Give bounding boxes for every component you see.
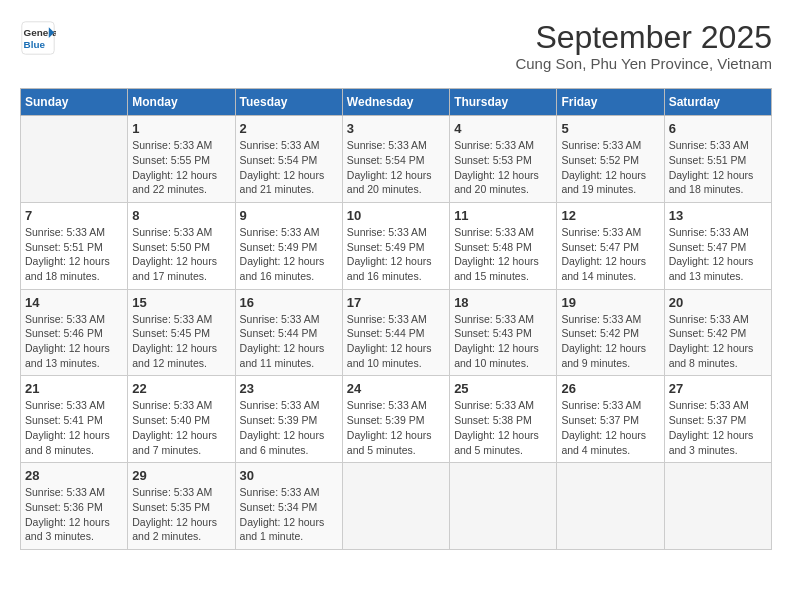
day-number: 19 bbox=[561, 295, 659, 310]
day-number: 13 bbox=[669, 208, 767, 223]
day-info: Sunrise: 5:33 AM Sunset: 5:42 PM Dayligh… bbox=[561, 312, 659, 371]
day-number: 9 bbox=[240, 208, 338, 223]
weekday-header: Saturday bbox=[664, 89, 771, 116]
calendar-cell: 1Sunrise: 5:33 AM Sunset: 5:55 PM Daylig… bbox=[128, 116, 235, 203]
day-number: 18 bbox=[454, 295, 552, 310]
day-number: 25 bbox=[454, 381, 552, 396]
calendar-cell bbox=[664, 463, 771, 550]
weekday-header-row: SundayMondayTuesdayWednesdayThursdayFrid… bbox=[21, 89, 772, 116]
day-number: 10 bbox=[347, 208, 445, 223]
weekday-header: Tuesday bbox=[235, 89, 342, 116]
weekday-header: Wednesday bbox=[342, 89, 449, 116]
day-info: Sunrise: 5:33 AM Sunset: 5:38 PM Dayligh… bbox=[454, 398, 552, 457]
calendar-row: 1Sunrise: 5:33 AM Sunset: 5:55 PM Daylig… bbox=[21, 116, 772, 203]
calendar-cell: 22Sunrise: 5:33 AM Sunset: 5:40 PM Dayli… bbox=[128, 376, 235, 463]
calendar-cell: 28Sunrise: 5:33 AM Sunset: 5:36 PM Dayli… bbox=[21, 463, 128, 550]
calendar-cell: 19Sunrise: 5:33 AM Sunset: 5:42 PM Dayli… bbox=[557, 289, 664, 376]
day-number: 27 bbox=[669, 381, 767, 396]
day-info: Sunrise: 5:33 AM Sunset: 5:45 PM Dayligh… bbox=[132, 312, 230, 371]
day-info: Sunrise: 5:33 AM Sunset: 5:55 PM Dayligh… bbox=[132, 138, 230, 197]
day-number: 28 bbox=[25, 468, 123, 483]
day-info: Sunrise: 5:33 AM Sunset: 5:54 PM Dayligh… bbox=[347, 138, 445, 197]
day-number: 30 bbox=[240, 468, 338, 483]
day-info: Sunrise: 5:33 AM Sunset: 5:40 PM Dayligh… bbox=[132, 398, 230, 457]
calendar-cell: 30Sunrise: 5:33 AM Sunset: 5:34 PM Dayli… bbox=[235, 463, 342, 550]
day-number: 11 bbox=[454, 208, 552, 223]
calendar-cell: 29Sunrise: 5:33 AM Sunset: 5:35 PM Dayli… bbox=[128, 463, 235, 550]
day-info: Sunrise: 5:33 AM Sunset: 5:46 PM Dayligh… bbox=[25, 312, 123, 371]
calendar-row: 21Sunrise: 5:33 AM Sunset: 5:41 PM Dayli… bbox=[21, 376, 772, 463]
day-info: Sunrise: 5:33 AM Sunset: 5:48 PM Dayligh… bbox=[454, 225, 552, 284]
calendar-cell: 21Sunrise: 5:33 AM Sunset: 5:41 PM Dayli… bbox=[21, 376, 128, 463]
calendar-cell: 7Sunrise: 5:33 AM Sunset: 5:51 PM Daylig… bbox=[21, 202, 128, 289]
day-number: 6 bbox=[669, 121, 767, 136]
calendar-row: 28Sunrise: 5:33 AM Sunset: 5:36 PM Dayli… bbox=[21, 463, 772, 550]
day-info: Sunrise: 5:33 AM Sunset: 5:35 PM Dayligh… bbox=[132, 485, 230, 544]
day-info: Sunrise: 5:33 AM Sunset: 5:49 PM Dayligh… bbox=[347, 225, 445, 284]
day-info: Sunrise: 5:33 AM Sunset: 5:37 PM Dayligh… bbox=[561, 398, 659, 457]
calendar-table: SundayMondayTuesdayWednesdayThursdayFrid… bbox=[20, 88, 772, 550]
svg-text:Blue: Blue bbox=[24, 39, 46, 50]
day-info: Sunrise: 5:33 AM Sunset: 5:43 PM Dayligh… bbox=[454, 312, 552, 371]
calendar-cell: 23Sunrise: 5:33 AM Sunset: 5:39 PM Dayli… bbox=[235, 376, 342, 463]
day-number: 16 bbox=[240, 295, 338, 310]
day-number: 2 bbox=[240, 121, 338, 136]
logo: General Blue bbox=[20, 20, 56, 56]
day-info: Sunrise: 5:33 AM Sunset: 5:36 PM Dayligh… bbox=[25, 485, 123, 544]
day-info: Sunrise: 5:33 AM Sunset: 5:54 PM Dayligh… bbox=[240, 138, 338, 197]
calendar-row: 7Sunrise: 5:33 AM Sunset: 5:51 PM Daylig… bbox=[21, 202, 772, 289]
calendar-cell: 3Sunrise: 5:33 AM Sunset: 5:54 PM Daylig… bbox=[342, 116, 449, 203]
day-info: Sunrise: 5:33 AM Sunset: 5:37 PM Dayligh… bbox=[669, 398, 767, 457]
day-number: 7 bbox=[25, 208, 123, 223]
day-info: Sunrise: 5:33 AM Sunset: 5:41 PM Dayligh… bbox=[25, 398, 123, 457]
calendar-cell: 15Sunrise: 5:33 AM Sunset: 5:45 PM Dayli… bbox=[128, 289, 235, 376]
calendar-cell: 27Sunrise: 5:33 AM Sunset: 5:37 PM Dayli… bbox=[664, 376, 771, 463]
day-info: Sunrise: 5:33 AM Sunset: 5:39 PM Dayligh… bbox=[240, 398, 338, 457]
day-info: Sunrise: 5:33 AM Sunset: 5:49 PM Dayligh… bbox=[240, 225, 338, 284]
day-number: 24 bbox=[347, 381, 445, 396]
day-info: Sunrise: 5:33 AM Sunset: 5:44 PM Dayligh… bbox=[347, 312, 445, 371]
day-info: Sunrise: 5:33 AM Sunset: 5:51 PM Dayligh… bbox=[25, 225, 123, 284]
logo-icon: General Blue bbox=[20, 20, 56, 56]
day-number: 3 bbox=[347, 121, 445, 136]
day-info: Sunrise: 5:33 AM Sunset: 5:52 PM Dayligh… bbox=[561, 138, 659, 197]
day-info: Sunrise: 5:33 AM Sunset: 5:51 PM Dayligh… bbox=[669, 138, 767, 197]
calendar-cell bbox=[450, 463, 557, 550]
day-number: 1 bbox=[132, 121, 230, 136]
title-block: September 2025 Cung Son, Phu Yen Provinc… bbox=[515, 20, 772, 72]
calendar-cell: 9Sunrise: 5:33 AM Sunset: 5:49 PM Daylig… bbox=[235, 202, 342, 289]
calendar-cell: 5Sunrise: 5:33 AM Sunset: 5:52 PM Daylig… bbox=[557, 116, 664, 203]
weekday-header: Monday bbox=[128, 89, 235, 116]
calendar-cell: 25Sunrise: 5:33 AM Sunset: 5:38 PM Dayli… bbox=[450, 376, 557, 463]
calendar-cell: 17Sunrise: 5:33 AM Sunset: 5:44 PM Dayli… bbox=[342, 289, 449, 376]
day-number: 5 bbox=[561, 121, 659, 136]
day-number: 23 bbox=[240, 381, 338, 396]
calendar-cell bbox=[342, 463, 449, 550]
calendar-cell: 12Sunrise: 5:33 AM Sunset: 5:47 PM Dayli… bbox=[557, 202, 664, 289]
calendar-cell: 11Sunrise: 5:33 AM Sunset: 5:48 PM Dayli… bbox=[450, 202, 557, 289]
calendar-row: 14Sunrise: 5:33 AM Sunset: 5:46 PM Dayli… bbox=[21, 289, 772, 376]
day-number: 4 bbox=[454, 121, 552, 136]
calendar-cell: 16Sunrise: 5:33 AM Sunset: 5:44 PM Dayli… bbox=[235, 289, 342, 376]
page-header: General Blue September 2025 Cung Son, Ph… bbox=[20, 20, 772, 72]
day-number: 8 bbox=[132, 208, 230, 223]
day-info: Sunrise: 5:33 AM Sunset: 5:42 PM Dayligh… bbox=[669, 312, 767, 371]
day-info: Sunrise: 5:33 AM Sunset: 5:53 PM Dayligh… bbox=[454, 138, 552, 197]
page-subtitle: Cung Son, Phu Yen Province, Vietnam bbox=[515, 55, 772, 72]
day-number: 14 bbox=[25, 295, 123, 310]
day-number: 22 bbox=[132, 381, 230, 396]
weekday-header: Thursday bbox=[450, 89, 557, 116]
day-info: Sunrise: 5:33 AM Sunset: 5:44 PM Dayligh… bbox=[240, 312, 338, 371]
calendar-cell: 4Sunrise: 5:33 AM Sunset: 5:53 PM Daylig… bbox=[450, 116, 557, 203]
weekday-header: Sunday bbox=[21, 89, 128, 116]
day-info: Sunrise: 5:33 AM Sunset: 5:47 PM Dayligh… bbox=[561, 225, 659, 284]
calendar-cell: 18Sunrise: 5:33 AM Sunset: 5:43 PM Dayli… bbox=[450, 289, 557, 376]
weekday-header: Friday bbox=[557, 89, 664, 116]
calendar-cell: 20Sunrise: 5:33 AM Sunset: 5:42 PM Dayli… bbox=[664, 289, 771, 376]
day-number: 15 bbox=[132, 295, 230, 310]
day-number: 12 bbox=[561, 208, 659, 223]
calendar-cell bbox=[21, 116, 128, 203]
day-info: Sunrise: 5:33 AM Sunset: 5:50 PM Dayligh… bbox=[132, 225, 230, 284]
calendar-cell: 6Sunrise: 5:33 AM Sunset: 5:51 PM Daylig… bbox=[664, 116, 771, 203]
calendar-cell: 10Sunrise: 5:33 AM Sunset: 5:49 PM Dayli… bbox=[342, 202, 449, 289]
